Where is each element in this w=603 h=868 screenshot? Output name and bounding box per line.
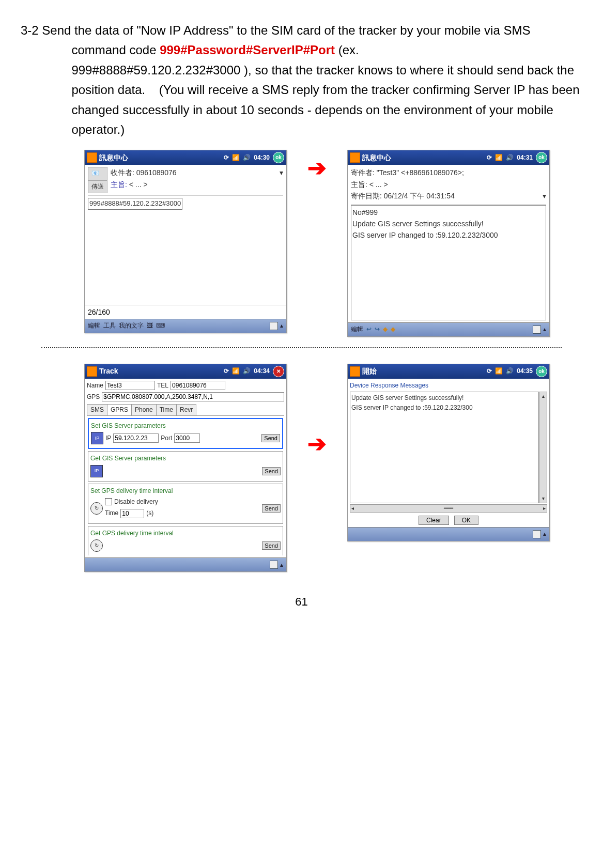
tel-label: TEL xyxy=(157,381,168,391)
sip-icon[interactable] xyxy=(533,530,541,538)
bottombar: ▴ xyxy=(85,557,286,571)
ip-icon: IP xyxy=(90,465,103,477)
name-input[interactable] xyxy=(105,381,155,390)
date-value: 06/12/4 下午 04:31:54 xyxy=(384,192,455,200)
disable-delivery-checkbox[interactable] xyxy=(105,498,112,505)
speaker-icon xyxy=(243,366,251,376)
sms-body-input[interactable]: 999#8888#59.120.2.232#3000 xyxy=(88,198,182,210)
speaker-icon xyxy=(506,153,514,163)
bottombar: 編輯 工具 我的文字 🖼 ⌨ ▴ xyxy=(85,319,286,333)
para2: 999#8888#59.120.2.232#3000 ), so that th… xyxy=(21,60,582,140)
sip-up[interactable]: ▴ xyxy=(280,560,283,570)
clock: 04:30 xyxy=(254,153,270,163)
signal-icon xyxy=(232,366,240,376)
send-button[interactable]: Send xyxy=(262,504,281,513)
time-input[interactable] xyxy=(120,509,144,518)
speaker-icon xyxy=(243,153,251,163)
screenshots-row-1: 訊息中心 04:30 ok 📧 傳送 收件者: 0961089076 主旨: <… xyxy=(52,150,582,336)
send-button[interactable]: Send xyxy=(261,434,280,442)
phone-compose-sms: 訊息中心 04:30 ok 📧 傳送 收件者: 0961089076 主旨: <… xyxy=(84,150,287,333)
tel-input[interactable] xyxy=(171,381,225,390)
menu-edit[interactable]: 編輯 xyxy=(88,321,100,331)
menu-edit[interactable]: 編輯 xyxy=(351,324,363,334)
page-number: 61 xyxy=(21,593,582,611)
tabs: SMS GPRS Phone Time Revr xyxy=(87,404,284,416)
step-text: 3-2 Send the data of "Now IP Address" to… xyxy=(21,21,582,60)
reply-icon[interactable]: ↩ xyxy=(366,324,372,334)
date-label: 寄件日期: xyxy=(351,192,382,200)
section-title: Set GIS Server parameters xyxy=(91,421,280,431)
menu-mytext[interactable]: 我的文字 xyxy=(119,321,144,331)
section-set-gis: Set GIS Server parameters IP IP Port Sen… xyxy=(88,418,283,449)
phone-received-sms: 訊息中心 04:31 ok 寄件者: "Test3" <+88696108907… xyxy=(347,150,550,336)
dropdown-icon[interactable]: ▾ xyxy=(543,190,546,202)
tab-revr[interactable]: Revr xyxy=(176,404,196,415)
sync-icon xyxy=(224,366,229,376)
keyboard-toggle[interactable]: ⌨ xyxy=(156,321,165,331)
app-icon xyxy=(87,152,97,163)
subject-value[interactable]: < ... > xyxy=(129,180,148,189)
section-set-delivery: Set GPS delivery time interval ↻ Disable… xyxy=(88,484,283,524)
tab-gprs[interactable]: GPRS xyxy=(107,404,132,415)
response-line-2: GIS server IP changed to :59.120.2.232/3… xyxy=(351,403,537,413)
app-icon xyxy=(87,366,97,377)
port-input[interactable] xyxy=(174,433,200,443)
tab-sms[interactable]: SMS xyxy=(87,404,107,415)
speaker-icon xyxy=(506,366,514,376)
section-get-gis: Get GIS Server parameters IP Send xyxy=(88,451,283,481)
sms-command-code: 999#Password#ServerIP#Port xyxy=(160,43,335,57)
time-unit: (s) xyxy=(146,508,153,518)
clock-icon: ↻ xyxy=(90,502,103,515)
dropdown-icon[interactable]: ▾ xyxy=(280,167,283,193)
ip-icon: IP xyxy=(91,432,103,444)
sip-icon[interactable] xyxy=(270,561,278,569)
down-icon[interactable]: ◆ xyxy=(391,324,395,334)
ok-dialog-button[interactable]: OK xyxy=(454,516,478,525)
clock-icon: ↻ xyxy=(90,539,103,552)
signal-icon xyxy=(495,366,503,376)
sip-up[interactable]: ▴ xyxy=(543,529,546,539)
attach-icon[interactable]: 🖼 xyxy=(147,321,153,331)
gps-input[interactable] xyxy=(102,392,284,401)
signal-icon xyxy=(495,153,503,163)
window-title: 開始 xyxy=(362,365,485,377)
send-button[interactable]: Send xyxy=(262,467,281,475)
sip-up[interactable]: ▴ xyxy=(543,324,546,334)
close-button[interactable]: ✕ xyxy=(273,366,284,377)
disable-delivery-label: Disable delivery xyxy=(114,497,158,507)
titlebar: 訊息中心 04:30 ok xyxy=(85,150,286,165)
from-icon: 📧 xyxy=(88,167,107,180)
sip-icon[interactable] xyxy=(270,322,278,330)
tab-phone[interactable]: Phone xyxy=(131,404,157,415)
titlebar: Track 04:34 ✕ xyxy=(85,364,286,379)
section-title: Set GPS delivery time interval xyxy=(90,486,281,496)
msg-line-1: No#999 xyxy=(352,207,545,218)
ok-button[interactable]: ok xyxy=(273,152,284,163)
name-label: Name xyxy=(87,381,103,391)
send-tab[interactable]: 傳送 xyxy=(88,180,107,193)
clear-button[interactable]: Clear xyxy=(419,516,449,525)
menu-tools[interactable]: 工具 xyxy=(103,321,116,331)
clock: 04:35 xyxy=(517,366,533,376)
horizontal-scrollbar[interactable]: ◂━━━▸ xyxy=(350,504,547,513)
sync-icon xyxy=(487,153,492,163)
response-list[interactable]: Update GIS server Settings successfully!… xyxy=(350,392,539,503)
sip-icon[interactable] xyxy=(533,326,541,334)
ok-button[interactable]: ok xyxy=(536,366,547,377)
sip-up[interactable]: ▴ xyxy=(280,321,283,331)
recipient-value[interactable]: 0961089076 xyxy=(136,168,177,177)
sender-label: 寄件者: xyxy=(351,168,375,177)
vertical-scrollbar[interactable]: ▴▾ xyxy=(539,392,547,503)
port-label: Port xyxy=(161,433,172,443)
forward-icon[interactable]: ↪ xyxy=(375,324,380,334)
char-count: 26/160 xyxy=(85,305,286,319)
msg-line-2: Update GIS server Settings successfully! xyxy=(352,218,545,229)
ip-input[interactable] xyxy=(113,433,159,443)
send-button[interactable]: Send xyxy=(262,541,281,550)
tab-time[interactable]: Time xyxy=(156,404,177,415)
time-label: Time xyxy=(105,508,118,518)
up-icon[interactable]: ◆ xyxy=(383,324,388,334)
subject-label: 主旨: xyxy=(111,180,127,189)
app-icon xyxy=(350,152,360,163)
ok-button[interactable]: ok xyxy=(536,152,547,163)
